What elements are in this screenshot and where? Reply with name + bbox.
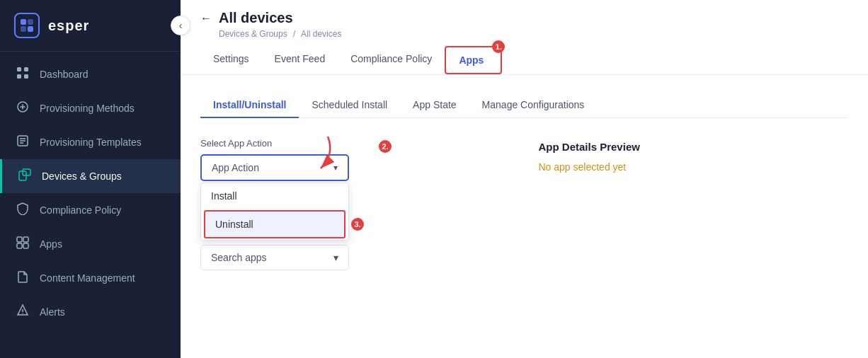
left-panel: Select App Action 2.: [200, 138, 510, 270]
dropdown-section: 2. App Action ▾: [200, 154, 349, 181]
dropdown-item-install-label: Install: [211, 190, 237, 202]
dropdown-item-uninstall[interactable]: Uninstall: [204, 210, 346, 238]
tab-event-feed-label: Event Feed: [275, 53, 326, 64]
select-app-action-label: Select App Action: [200, 138, 510, 149]
sub-tab-app-state-label: App State: [413, 99, 457, 110]
svg-rect-17: [17, 243, 22, 248]
apps-icon: [16, 236, 30, 252]
sidebar-item-content-management[interactable]: Content Management: [0, 261, 181, 295]
tab-settings[interactable]: Settings: [200, 46, 262, 74]
svg-rect-3: [28, 26, 33, 32]
alerts-icon: [16, 304, 30, 320]
compliance-policy-icon: [16, 202, 30, 218]
sidebar-item-apps[interactable]: Apps: [0, 227, 181, 261]
tab-settings-label: Settings: [213, 53, 249, 64]
dashboard-icon: [16, 67, 30, 82]
sidebar-nav: Dashboard Provisioning Methods Provision…: [0, 52, 181, 358]
dropdown-chevron-icon: ▾: [333, 163, 338, 173]
tab-apps-wrapper: Apps 1.: [445, 46, 502, 74]
sub-tab-scheduled-install-label: Scheduled Install: [312, 99, 387, 110]
svg-rect-0: [21, 19, 26, 25]
breadcrumb-separator: /: [293, 29, 295, 39]
sub-tab-install-uninstall[interactable]: Install/Uninstall: [200, 92, 299, 117]
sidebar-item-compliance-policy-label: Compliance Policy: [40, 204, 121, 216]
logo-area: esper: [0, 0, 181, 52]
step3-badge: 3.: [351, 218, 364, 231]
back-button[interactable]: ←: [200, 12, 212, 25]
sub-tab-app-state[interactable]: App State: [400, 92, 469, 117]
sub-tab-install-uninstall-label: Install/Uninstall: [213, 99, 286, 110]
dropdown-item-install[interactable]: Install: [201, 183, 348, 209]
sub-tab-scheduled-install[interactable]: Scheduled Install: [299, 92, 400, 117]
svg-rect-18: [23, 243, 28, 248]
search-apps-placeholder: Search apps: [211, 252, 267, 263]
svg-point-20: [22, 313, 23, 313]
svg-rect-15: [17, 237, 22, 242]
sidebar-item-compliance-policy[interactable]: Compliance Policy: [0, 193, 181, 227]
right-panel: App Details Preview No app selected yet: [539, 138, 849, 270]
breadcrumb-all-devices[interactable]: All devices: [301, 29, 341, 39]
app-action-dropdown-menu: Install Uninstall 3.: [200, 183, 349, 241]
svg-rect-4: [17, 67, 21, 71]
breadcrumb-devices-groups[interactable]: Devices & Groups: [219, 29, 287, 39]
sidebar-item-provisioning-templates-label: Provisioning Templates: [40, 137, 142, 148]
svg-rect-6: [17, 74, 21, 79]
sidebar-item-devices-groups[interactable]: Devices & Groups: [0, 159, 181, 193]
sidebar-item-provisioning-methods-label: Provisioning Methods: [40, 103, 135, 114]
search-apps-chevron-icon: ▾: [333, 252, 338, 263]
app-details-preview-title: App Details Preview: [539, 141, 849, 153]
sidebar-item-alerts[interactable]: Alerts: [0, 295, 181, 329]
logo-icon: [14, 13, 40, 38]
sidebar-item-apps-label: Apps: [40, 238, 62, 250]
sidebar-item-provisioning-methods[interactable]: Provisioning Methods: [0, 91, 181, 125]
svg-rect-2: [21, 26, 26, 32]
main-tabs: Settings Event Feed Compliance Policy Ap…: [200, 46, 848, 74]
app-action-dropdown-value: App Action: [212, 162, 259, 173]
search-apps-dropdown[interactable]: Search apps ▾: [200, 245, 349, 270]
sidebar-item-dashboard[interactable]: Dashboard: [0, 57, 181, 91]
provisioning-templates-icon: [16, 134, 30, 150]
devices-groups-icon: [18, 168, 32, 184]
tab-compliance-policy-label: Compliance Policy: [350, 53, 432, 64]
page-title: All devices: [219, 10, 293, 26]
logo-text: esper: [48, 18, 89, 34]
header: ← All devices Devices & Groups / All dev…: [181, 0, 868, 75]
sub-tabs: Install/Uninstall Scheduled Install App …: [200, 92, 848, 118]
svg-rect-1: [28, 19, 33, 25]
sidebar-item-content-management-label: Content Management: [40, 272, 135, 284]
sidebar-item-dashboard-label: Dashboard: [40, 69, 88, 80]
sidebar-item-alerts-label: Alerts: [40, 306, 65, 318]
collapse-icon: ‹: [179, 20, 183, 31]
no-app-selected-text: No app selected yet: [539, 161, 849, 173]
sidebar-item-provisioning-templates[interactable]: Provisioning Templates: [0, 125, 181, 159]
tab-apps-label: Apps: [459, 54, 484, 66]
content-management-icon: [16, 270, 30, 286]
breadcrumb: Devices & Groups / All devices: [219, 29, 848, 39]
svg-rect-16: [23, 237, 28, 242]
app-action-dropdown-wrapper: App Action ▾ Install Uninstall: [200, 154, 349, 181]
sidebar-item-devices-groups-label: Devices & Groups: [42, 171, 122, 182]
tab-compliance-policy[interactable]: Compliance Policy: [338, 46, 445, 74]
sub-tab-manage-configurations[interactable]: Manage Configurations: [469, 92, 598, 117]
tab-event-feed[interactable]: Event Feed: [262, 46, 338, 74]
content-area: Install/Uninstall Scheduled Install App …: [181, 75, 868, 358]
content-body: Select App Action 2.: [200, 138, 848, 270]
app-action-dropdown[interactable]: App Action ▾: [200, 154, 349, 181]
svg-rect-5: [24, 67, 28, 71]
main-content: ← All devices Devices & Groups / All dev…: [181, 0, 868, 358]
sidebar: esper ‹ Dashboard Provisioning Methods P…: [0, 0, 181, 358]
dropdown-item-uninstall-wrapper: Uninstall 3.: [201, 210, 348, 238]
header-top: ← All devices: [200, 10, 848, 26]
dropdown-item-uninstall-label: Uninstall: [215, 219, 253, 230]
provisioning-methods-icon: [16, 100, 30, 116]
step1-badge: 1.: [492, 40, 505, 53]
sub-tab-manage-configurations-label: Manage Configurations: [482, 99, 585, 110]
step2-badge: 2.: [379, 140, 392, 153]
svg-rect-7: [24, 74, 28, 79]
sidebar-collapse-button[interactable]: ‹: [171, 16, 190, 35]
